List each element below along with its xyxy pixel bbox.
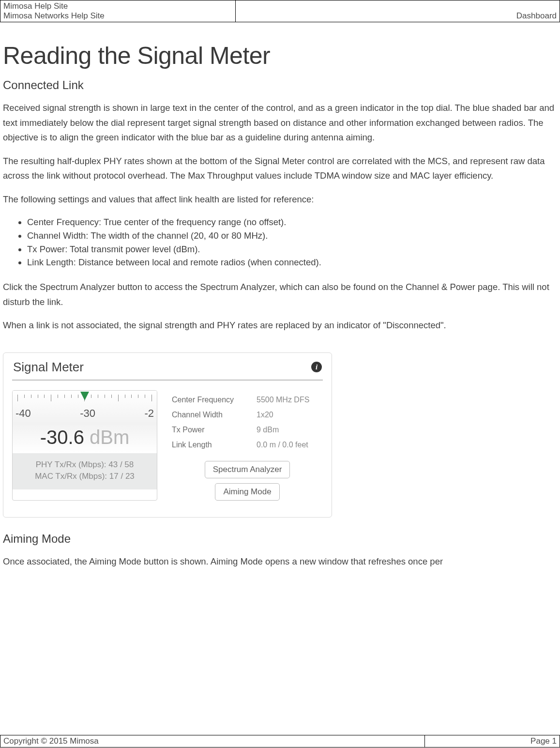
breadcrumb: Dashboard [516,11,557,20]
paragraph-1: Received signal strength is shown in lar… [3,101,557,145]
card-header: Signal Meter i [12,353,323,381]
site-title-line1: Mimosa Help Site [3,1,232,11]
footer-copyright: Copyright © 2015 Mimosa [0,735,425,748]
kv-value: 9 dBm [257,422,323,437]
reference-list: Center Frequency: True center of the fre… [27,215,557,269]
ruler-area: -40 -30 -2 [13,391,157,424]
ruler-labels: -40 -30 -2 [13,407,157,420]
page-footer: Copyright © 2015 Mimosa Page 1 [0,735,560,748]
list-item: Channel Width: The width of the channel … [27,229,557,243]
phy-mac-block: PHY Tx/Rx (Mbps): 43 / 58 MAC Tx/Rx (Mbp… [13,453,157,489]
kv-value: 1x20 [257,407,323,422]
kv-label: Link Length [172,437,257,452]
page-title: Reading the Signal Meter [3,42,557,70]
kv-label: Channel Width [172,407,257,422]
main-content: Reading the Signal Meter Connected Link … [0,42,560,569]
paragraph-6: Once associated, the Aiming Mode button … [3,554,557,569]
kv-label: Center Frequency [172,392,257,407]
mac-line: MAC Tx/Rx (Mbps): 17 / 23 [13,471,157,483]
kv-value: 5500 MHz DFS [257,392,323,407]
page-header: Mimosa Help Site Mimosa Networks Help Si… [0,0,560,22]
dbm-value: -30.6 [40,427,84,448]
header-right-cell: Dashboard [235,0,560,22]
list-item: Link Length: Distance between local and … [27,256,557,269]
aiming-mode-heading: Aiming Mode [3,532,557,546]
spectrum-analyzer-button[interactable]: Spectrum Analyzer [205,461,290,478]
signal-pointer-icon [80,392,89,400]
paragraph-4: Click the Spectrum Analyzer button to ac… [3,280,557,309]
signal-meter-card: Signal Meter i -40 -30 [3,352,332,518]
paragraph-2: The resulting half-duplex PHY rates show… [3,154,557,183]
signal-dial: -40 -30 -2 -30.6 dBm PHY Tx/Rx (Mbps): 4… [12,390,157,501]
list-item: Center Frequency: True center of the fre… [27,215,557,229]
ruler-label-right: -2 [144,407,154,420]
kv-channel-width: Channel Width 1x20 [172,407,323,422]
link-details: Center Frequency 5500 MHz DFS Channel Wi… [172,390,323,501]
info-icon[interactable]: i [311,362,322,372]
card-body: -40 -30 -2 -30.6 dBm PHY Tx/Rx (Mbps): 4… [12,381,323,501]
kv-link-length: Link Length 0.0 m / 0.0 feet [172,437,323,452]
button-stack: Spectrum Analyzer Aiming Mode [172,461,323,501]
card-title: Signal Meter [13,360,84,375]
kv-value: 0.0 m / 0.0 feet [257,437,323,452]
kv-tx-power: Tx Power 9 dBm [172,422,323,437]
aiming-mode-button[interactable]: Aiming Mode [215,483,279,501]
paragraph-3: The following settings and values that a… [3,192,557,207]
site-title-line2: Mimosa Networks Help Site [3,11,232,21]
connected-link-heading: Connected Link [3,78,557,92]
phy-line: PHY Tx/Rx (Mbps): 43 / 58 [13,459,157,471]
ruler-label-left: -40 [15,407,31,420]
footer-page-number: Page 1 [424,735,560,748]
dbm-readout: -30.6 dBm [13,424,157,453]
kv-label: Tx Power [172,422,257,437]
kv-center-frequency: Center Frequency 5500 MHz DFS [172,392,323,407]
dbm-unit: dBm [84,427,129,448]
header-left-cell: Mimosa Help Site Mimosa Networks Help Si… [0,0,236,22]
paragraph-5: When a link is not associated, the signa… [3,318,557,333]
ruler-label-center: -30 [80,407,95,420]
list-item: Tx Power: Total transmit power level (dB… [27,243,557,256]
